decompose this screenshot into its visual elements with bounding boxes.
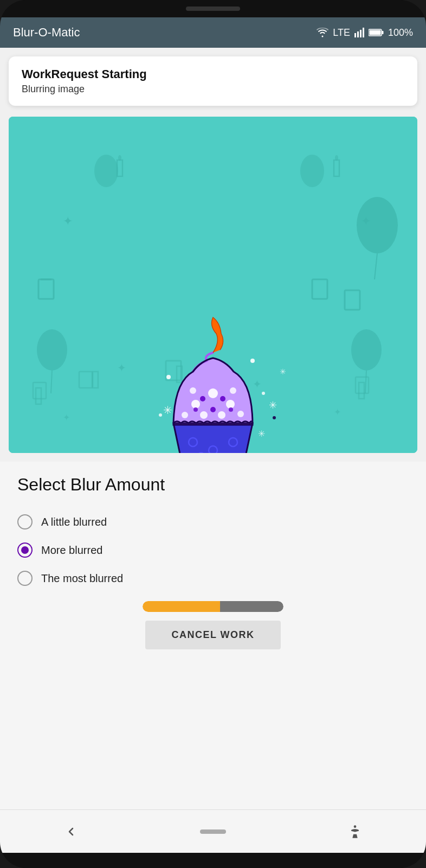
svg-marker-51	[173, 423, 253, 453]
home-button[interactable]	[200, 819, 226, 845]
progress-bar	[143, 601, 283, 612]
svg-point-70	[210, 407, 216, 412]
svg-point-74	[354, 825, 357, 828]
radio-option-2[interactable]: More blurred	[17, 536, 409, 564]
svg-text:✳: ✳	[258, 429, 265, 438]
background-pattern: ✦ ✦ ✦ ✦ ✦ ✦	[9, 117, 417, 453]
svg-point-72	[229, 407, 233, 412]
radio-circle-2[interactable]	[17, 542, 33, 558]
svg-point-31	[118, 155, 121, 161]
radio-circle-3[interactable]	[17, 571, 33, 586]
cancel-work-button[interactable]: CANCEL WORK	[145, 621, 280, 649]
progress-section: CANCEL WORK	[17, 601, 409, 649]
svg-rect-2	[360, 30, 362, 37]
phone-frame: Blur-O-Matic LTE	[0, 0, 426, 868]
progress-bar-remaining	[220, 601, 283, 612]
svg-rect-5	[369, 30, 380, 35]
svg-text:✳: ✳	[163, 404, 172, 416]
phone-top-bar	[0, 0, 426, 17]
radio-label-2: More blurred	[41, 544, 102, 557]
lte-label: LTE	[333, 27, 350, 39]
svg-point-59	[191, 400, 200, 409]
radio-label-3: The most blurred	[41, 572, 123, 585]
back-icon	[64, 825, 78, 838]
svg-point-62	[200, 411, 208, 419]
svg-point-61	[226, 400, 235, 409]
svg-point-40	[250, 359, 255, 363]
phone-bottom-bar	[0, 853, 426, 868]
svg-point-68	[200, 396, 205, 401]
svg-point-67	[230, 387, 236, 394]
svg-point-11	[300, 155, 324, 187]
svg-rect-0	[354, 33, 356, 37]
svg-point-64	[182, 412, 188, 418]
radio-option-1[interactable]: A little blurred	[17, 508, 409, 536]
svg-point-10	[94, 155, 118, 187]
blur-section: Select Blur Amount A little blurred More…	[0, 462, 426, 809]
nav-bar	[0, 809, 426, 853]
accessibility-button[interactable]	[342, 819, 368, 845]
wifi-icon	[317, 28, 328, 37]
svg-rect-3	[363, 28, 364, 37]
svg-text:✦: ✦	[63, 413, 70, 422]
home-pill	[200, 829, 226, 834]
svg-point-8	[37, 329, 67, 371]
svg-text:✦: ✦	[117, 362, 126, 374]
svg-point-12	[351, 329, 382, 371]
radio-label-1: A little blurred	[41, 516, 107, 528]
accessibility-icon	[347, 824, 363, 839]
radio-circle-1[interactable]	[17, 514, 33, 529]
back-button[interactable]	[58, 819, 84, 845]
svg-point-63	[218, 411, 225, 419]
screen-content: WorkRequest Starting Blurring image	[0, 48, 426, 809]
status-bar: Blur-O-Matic LTE	[0, 17, 426, 48]
radio-option-3[interactable]: The most blurred	[17, 564, 409, 592]
work-request-subtitle: Blurring image	[22, 84, 404, 95]
battery-label: 100%	[388, 27, 413, 39]
svg-point-69	[220, 396, 225, 401]
svg-point-44	[273, 416, 276, 419]
svg-point-65	[237, 411, 244, 417]
phone-speaker	[186, 7, 240, 11]
svg-text:✦: ✦	[361, 214, 371, 228]
svg-rect-1	[357, 31, 359, 37]
battery-icon	[369, 28, 384, 37]
radio-inner-2	[21, 546, 29, 554]
signal-icon	[354, 28, 364, 37]
svg-text:✳: ✳	[280, 367, 286, 376]
svg-text:✦: ✦	[63, 214, 73, 228]
work-request-card: WorkRequest Starting Blurring image	[9, 56, 417, 106]
work-request-title: WorkRequest Starting	[22, 67, 404, 81]
svg-point-66	[190, 387, 196, 394]
svg-rect-6	[382, 31, 383, 34]
svg-point-60	[208, 388, 218, 398]
svg-point-39	[159, 413, 162, 417]
status-icons: LTE 100%	[317, 27, 413, 39]
blur-title: Select Blur Amount	[17, 475, 409, 495]
progress-bar-fill	[143, 601, 220, 612]
cupcake-image: ✦ ✦ ✦ ✦ ✦ ✦	[9, 117, 417, 453]
svg-point-71	[193, 407, 198, 412]
svg-text:✦: ✦	[334, 407, 341, 417]
svg-point-38	[166, 375, 171, 379]
svg-point-41	[262, 392, 265, 395]
svg-text:✳: ✳	[269, 400, 277, 411]
svg-text:✦: ✦	[253, 378, 262, 390]
app-title: Blur-O-Matic	[13, 25, 80, 40]
svg-point-33	[335, 155, 338, 161]
